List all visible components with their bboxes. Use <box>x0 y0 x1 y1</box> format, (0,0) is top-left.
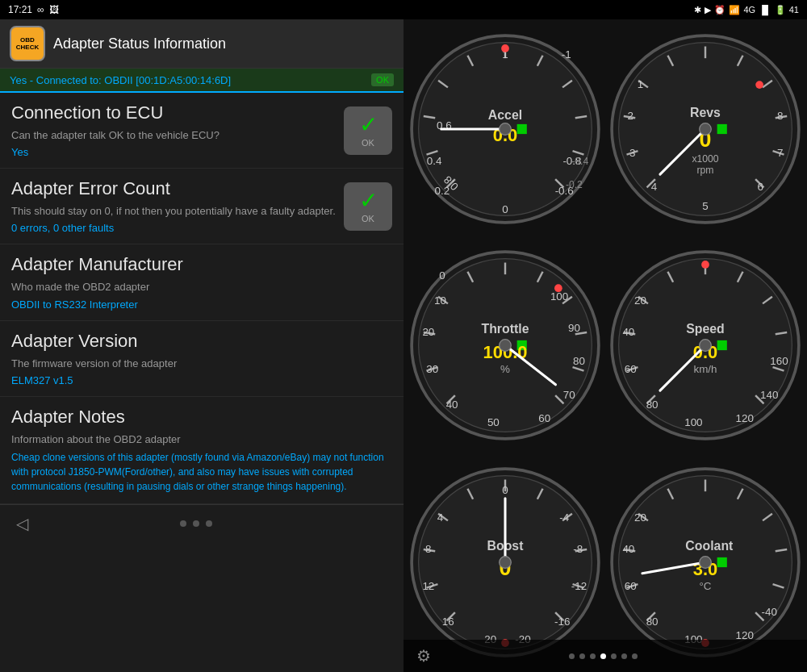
connection-ok-badge: OK <box>371 73 394 86</box>
gauge-coolant-svg: 20 40 60 80 100 120 -40 Coolant 3.0 °C <box>607 464 804 661</box>
connection-text: Yes - Connected to: OBDII [00:1D:A5:00:1… <box>10 74 231 86</box>
header-title: Adapter Status Information <box>53 35 226 52</box>
svg-rect-168 <box>717 557 727 567</box>
svg-text:90: 90 <box>568 322 580 334</box>
svg-text:0: 0 <box>439 270 445 282</box>
svg-text:2: 2 <box>628 110 633 122</box>
right-bottom-bar: ⚙ <box>404 640 807 672</box>
battery-icon: 🔋 <box>775 5 786 15</box>
section-version: Adapter Version The firmware version of … <box>0 321 404 397</box>
svg-rect-112 <box>717 340 727 350</box>
gauge-speed: 20 40 60 80 100 120 140 160 Speed 0.0 km… <box>607 239 804 452</box>
status-time: 17:21 <box>8 4 32 15</box>
svg-text:0: 0 <box>502 203 508 215</box>
svg-text:0.4: 0.4 <box>427 155 442 167</box>
bluetooth-icon: ✱ <box>694 5 701 15</box>
left-panel: OBD CHECK Adapter Status Information Yes… <box>0 19 404 672</box>
svg-text:60: 60 <box>538 413 550 425</box>
signal-bars: ▐▌ <box>759 5 771 15</box>
nav-dot-2 <box>193 520 199 527</box>
svg-text:160: 160 <box>770 356 788 368</box>
gauge-revs: 1 2 3 4 5 6 7 8 Revs 0 x1000 rpm <box>607 23 804 236</box>
gauge-throttle-svg: 10 20 30 40 50 60 70 80 90 100 Throttle … <box>407 247 604 444</box>
svg-text:Revs: Revs <box>690 106 721 120</box>
svg-text:0.2: 0.2 <box>435 185 450 197</box>
svg-point-145 <box>500 557 512 569</box>
section-ecu-title: Connection to ECU <box>11 102 220 123</box>
svg-text:60: 60 <box>625 580 637 592</box>
page-dot-2 <box>579 653 585 659</box>
svg-text:5: 5 <box>702 200 708 212</box>
svg-text:x1000: x1000 <box>692 154 718 165</box>
ecu-ok-text: OK <box>362 138 374 148</box>
section-error-row: Adapter Error Count This should stay on … <box>11 178 392 234</box>
svg-text:12: 12 <box>422 580 434 592</box>
svg-text:30: 30 <box>426 364 438 376</box>
svg-point-111 <box>701 261 709 269</box>
svg-text:Speed: Speed <box>686 323 725 336</box>
svg-text:40: 40 <box>622 326 634 338</box>
svg-point-117 <box>700 340 712 352</box>
section-notes-desc: Information about the OBD2 adapter <box>11 432 392 447</box>
svg-text:°C: °C <box>699 580 711 592</box>
svg-point-173 <box>700 557 712 569</box>
svg-text:7: 7 <box>777 147 783 159</box>
section-error-content: Adapter Error Count This should stay on … <box>11 178 336 234</box>
bottom-nav: ◁ <box>0 504 404 543</box>
section-notes-title: Adapter Notes <box>11 407 392 428</box>
svg-text:80: 80 <box>646 616 659 628</box>
error-ok-text: OK <box>362 214 374 223</box>
bottom-page-dots <box>569 653 638 659</box>
svg-text:50: 50 <box>487 417 500 429</box>
gauge-revs-svg: 1 2 3 4 5 6 7 8 Revs 0 x1000 rpm <box>607 31 804 227</box>
section-ecu-content: Connection to ECU Can the adapter talk O… <box>11 102 220 158</box>
gauge-boost: 4 8 12 16 20 -20 -16 -12 -8 -4 Boost 0 0 <box>407 456 604 669</box>
gauge-throttle: 10 20 30 40 50 60 70 80 90 100 Throttle … <box>407 239 604 452</box>
gauge-coolant: 20 40 60 80 100 120 -40 Coolant 3.0 °C <box>607 456 804 669</box>
connection-bar: Yes - Connected to: OBDII [00:1D:A5:00:1… <box>0 69 404 93</box>
gauge-boost-svg: 4 8 12 16 20 -20 -16 -12 -8 -4 Boost 0 0 <box>407 464 604 661</box>
svg-text:8: 8 <box>425 543 431 555</box>
svg-text:Throttle: Throttle <box>481 323 529 336</box>
infinity-icon: ∞ <box>37 4 44 15</box>
gauge-speed-svg: 20 40 60 80 100 120 140 160 Speed 0.0 km… <box>607 247 804 444</box>
page-dot-1 <box>569 653 575 659</box>
svg-point-58 <box>700 123 712 136</box>
svg-text:3: 3 <box>629 147 635 159</box>
back-button[interactable]: ◁ <box>16 514 28 533</box>
nav-dot-1 <box>180 520 186 527</box>
ecu-check-button[interactable]: ✓ OK <box>344 106 392 155</box>
section-manufacturer: Adapter Manufacturer Who made the OBD2 a… <box>0 244 404 320</box>
svg-rect-25 <box>517 124 527 134</box>
svg-text:120: 120 <box>736 413 754 425</box>
svg-text:40: 40 <box>446 399 458 411</box>
section-version-title: Adapter Version <box>11 331 392 352</box>
status-bar: 17:21 ∞ 🖼 ✱ ▶ ⏰ 📶 4G ▐▌ 🔋 41 <box>0 0 807 19</box>
section-notes: Adapter Notes Information about the OBD2… <box>0 397 404 504</box>
svg-text:rpm: rpm <box>697 165 714 176</box>
svg-text:-12: -12 <box>571 580 587 592</box>
section-ecu-value: Yes <box>11 146 220 158</box>
page-dot-4 <box>600 653 606 659</box>
section-ecu: Connection to ECU Can the adapter talk O… <box>0 93 404 169</box>
svg-text:140: 140 <box>760 389 778 401</box>
svg-text:100: 100 <box>684 417 702 429</box>
svg-text:20: 20 <box>634 511 646 524</box>
svg-text:km/h: km/h <box>693 364 717 376</box>
app-header: OBD CHECK Adapter Status Information <box>0 19 404 69</box>
svg-rect-52 <box>717 124 727 134</box>
settings-gear-icon[interactable]: ⚙ <box>416 646 431 666</box>
svg-text:-0.2: -0.2 <box>566 179 583 190</box>
section-ecu-row: Connection to ECU Can the adapter talk O… <box>11 102 392 158</box>
wifi-icon: 📶 <box>729 5 740 15</box>
section-error-desc: This should stay on 0, if not then you p… <box>11 204 336 219</box>
svg-text:-40: -40 <box>762 606 777 618</box>
svg-text:1: 1 <box>638 78 643 90</box>
svg-text:100: 100 <box>550 290 568 303</box>
svg-text:4: 4 <box>437 511 444 524</box>
svg-text:6: 6 <box>758 181 763 193</box>
status-right: ✱ ▶ ⏰ 📶 4G ▐▌ 🔋 41 <box>694 5 799 15</box>
svg-point-51 <box>755 81 763 89</box>
error-check-button[interactable]: ✓ OK <box>344 182 392 231</box>
nav-dot-3 <box>206 520 212 527</box>
